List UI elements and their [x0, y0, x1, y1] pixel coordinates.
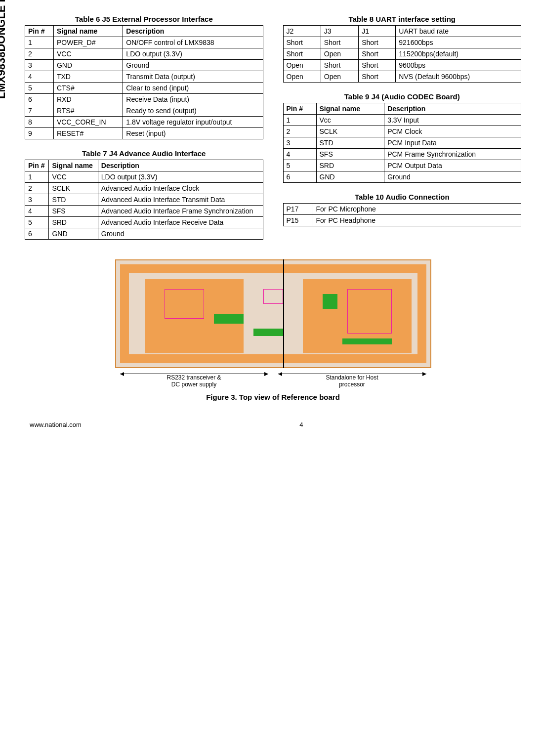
td: Short: [283, 37, 321, 48]
td: 5: [283, 160, 316, 171]
td: 1: [283, 115, 316, 126]
figure3-caption: Figure 3. Top view of Reference board: [25, 393, 521, 401]
td: 2: [25, 183, 49, 194]
td: 921600bps: [396, 37, 521, 48]
td: Open: [321, 71, 358, 83]
td: J2: [283, 26, 321, 37]
th: Pin #: [283, 103, 316, 115]
td: 6: [25, 94, 54, 105]
td: For PC Headphone: [313, 215, 521, 226]
td: PCM Frame Synchronization: [384, 149, 521, 160]
td: Advanced Audio Interface Transmit Data: [98, 194, 263, 206]
th: Pin #: [25, 26, 54, 37]
td: 1: [25, 171, 49, 183]
td: 4: [25, 206, 49, 217]
td: Ground: [98, 228, 263, 240]
td: NVS (Default 9600bps): [396, 71, 521, 83]
td: Advanced Audio Interface Receive Data: [98, 217, 263, 228]
td: 3: [283, 137, 316, 149]
figure-label-left: RS232 transceiver & DC power supply: [115, 374, 273, 388]
td: Open: [283, 71, 321, 83]
table10: P17For PC Microphone P15For PC Headphone: [283, 203, 522, 226]
td: 2: [25, 48, 54, 60]
td: Vcc: [316, 115, 384, 126]
td: VCC_CORE_IN: [53, 117, 123, 128]
td: Ready to send (output): [123, 105, 263, 117]
td: PCM Input Data: [384, 137, 521, 149]
td: Short: [321, 60, 358, 71]
td: Receive Data (input): [123, 94, 263, 105]
table6: Pin # Signal name Description 1POWER_D#O…: [25, 25, 263, 139]
td: GND: [49, 228, 98, 240]
td: J3: [321, 26, 358, 37]
td: STD: [49, 194, 98, 206]
td: 5: [25, 217, 49, 228]
td: SFS: [49, 206, 98, 217]
td: Short: [321, 37, 358, 48]
th: Description: [123, 26, 263, 37]
td: Short: [359, 37, 396, 48]
td: 3.3V Input: [384, 115, 521, 126]
table8-title: Table 8 UART interface setting: [283, 15, 522, 23]
td: GND: [53, 60, 123, 71]
td: VCC: [49, 171, 98, 183]
table9: Pin # Signal name Description 1Vcc3.3V I…: [283, 103, 522, 183]
table7-title: Table 7 J4 Advance Audio Interface: [25, 149, 263, 158]
td: TXD: [53, 71, 123, 83]
td: Advanced Audio Interface Clock: [98, 183, 263, 194]
page-footer: www.national.com 4: [0, 411, 541, 438]
td: P17: [283, 204, 313, 215]
th: Signal name: [53, 26, 123, 37]
table8: J2 J3 J1 UART baud rate ShortShortShort9…: [283, 25, 522, 83]
td: Advanced Audio Interface Frame Synchroni…: [98, 206, 263, 217]
td: SRD: [316, 160, 384, 171]
td: RTS#: [53, 105, 123, 117]
figure-label-right: Standalone for Host processor: [273, 374, 431, 388]
td: 7: [25, 105, 54, 117]
td: 5: [25, 83, 54, 94]
table6-title: Table 6 J5 External Processor Interface: [25, 15, 263, 23]
td: Ground: [123, 60, 263, 71]
td: For PC Microphone: [313, 204, 521, 215]
td: RESET#: [53, 128, 123, 139]
td: P15: [283, 215, 313, 226]
table7: Pin # Signal name Description 1VCCLDO ou…: [25, 160, 263, 240]
table9-title: Table 9 J4 (Audio CODEC Board): [283, 92, 522, 101]
td: VCC: [53, 48, 123, 60]
td: SCLK: [49, 183, 98, 194]
td: PCM Output Data: [384, 160, 521, 171]
td: 6: [283, 171, 316, 183]
td: UART baud rate: [396, 26, 521, 37]
td: 4: [283, 149, 316, 160]
td: 1: [25, 37, 54, 48]
td: 4: [25, 71, 54, 83]
td: Short: [359, 71, 396, 83]
figure3-pcb-diagram: RS232 transceiver & DC power supply Stan…: [115, 259, 431, 388]
right-column: Table 8 UART interface setting J2 J3 J1 …: [283, 10, 522, 250]
th: Pin #: [25, 160, 49, 171]
td: 8: [25, 117, 54, 128]
td: 2: [283, 126, 316, 137]
td: Short: [283, 48, 321, 60]
td: GND: [316, 171, 384, 183]
td: Open: [283, 60, 321, 71]
td: Ground: [384, 171, 521, 183]
th: Description: [384, 103, 521, 115]
td: RXD: [53, 94, 123, 105]
footer-page-number: 4: [299, 421, 303, 428]
td: 1.8V voltage regulator input/output: [123, 117, 263, 128]
td: SCLK: [316, 126, 384, 137]
td: J1: [359, 26, 396, 37]
footer-url: www.national.com: [30, 421, 82, 428]
td: SFS: [316, 149, 384, 160]
td: PCM Clock: [384, 126, 521, 137]
td: LDO output (3.3V): [123, 48, 263, 60]
td: 6: [25, 228, 49, 240]
td: 9: [25, 128, 54, 139]
td: CTS#: [53, 83, 123, 94]
th: Signal name: [49, 160, 98, 171]
td: SRD: [49, 217, 98, 228]
left-column: Table 6 J5 External Processor Interface …: [25, 10, 263, 250]
td: Transmit Data (output): [123, 71, 263, 83]
th: Description: [98, 160, 263, 171]
